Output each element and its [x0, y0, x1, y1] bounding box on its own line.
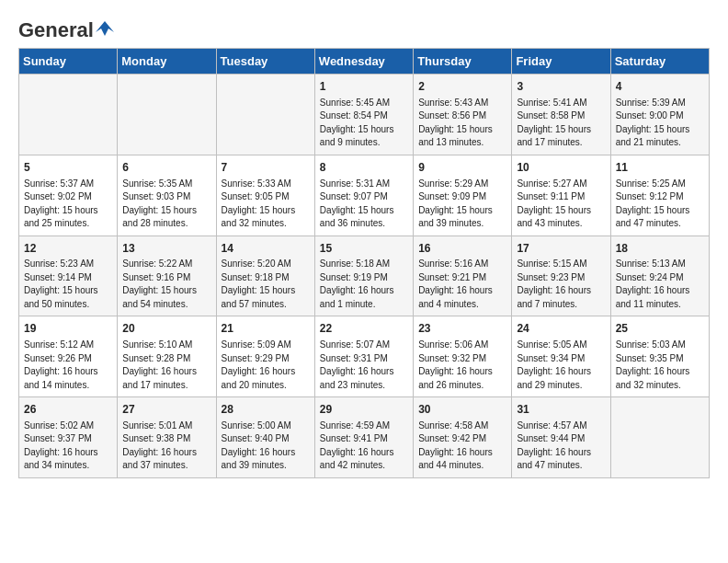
col-header-saturday: Saturday: [610, 49, 709, 75]
col-header-tuesday: Tuesday: [216, 49, 314, 75]
calendar-cell: 6Sunrise: 5:35 AM Sunset: 9:03 PM Daylig…: [118, 155, 216, 236]
day-number: 21: [222, 321, 310, 337]
day-info: Sunrise: 5:18 AM Sunset: 9:19 PM Dayligh…: [320, 258, 408, 311]
day-info: Sunrise: 5:27 AM Sunset: 9:11 PM Dayligh…: [517, 178, 605, 231]
day-info: Sunrise: 5:22 AM Sunset: 9:16 PM Dayligh…: [122, 258, 210, 311]
day-info: Sunrise: 4:58 AM Sunset: 9:42 PM Dayligh…: [418, 419, 506, 473]
day-info: Sunrise: 5:07 AM Sunset: 9:31 PM Dayligh…: [320, 339, 408, 392]
calendar-cell: 30Sunrise: 4:58 AM Sunset: 9:42 PM Dayli…: [414, 397, 512, 478]
day-info: Sunrise: 5:09 AM Sunset: 9:29 PM Dayligh…: [222, 339, 310, 392]
day-number: 22: [320, 321, 408, 337]
week-row: 5Sunrise: 5:37 AM Sunset: 9:02 PM Daylig…: [19, 155, 710, 236]
calendar-cell: 25Sunrise: 5:03 AM Sunset: 9:35 PM Dayli…: [610, 316, 709, 397]
calendar-cell: 14Sunrise: 5:20 AM Sunset: 9:18 PM Dayli…: [216, 236, 314, 316]
calendar-cell: 29Sunrise: 4:59 AM Sunset: 9:41 PM Dayli…: [314, 397, 413, 478]
day-info: Sunrise: 5:39 AM Sunset: 9:00 PM Dayligh…: [616, 97, 704, 150]
calendar-cell: 3Sunrise: 5:41 AM Sunset: 8:58 PM Daylig…: [512, 75, 610, 155]
svg-marker-0: [96, 21, 114, 36]
day-info: Sunrise: 5:12 AM Sunset: 9:26 PM Dayligh…: [24, 339, 112, 392]
calendar-cell: 8Sunrise: 5:31 AM Sunset: 9:07 PM Daylig…: [314, 155, 413, 236]
calendar-cell: [19, 75, 118, 155]
day-number: 31: [517, 402, 605, 418]
day-info: Sunrise: 5:41 AM Sunset: 8:58 PM Dayligh…: [517, 97, 605, 150]
day-number: 1: [320, 79, 408, 95]
col-header-wednesday: Wednesday: [314, 49, 413, 75]
logo: General: [18, 18, 114, 39]
day-number: 10: [517, 160, 605, 176]
calendar-cell: 7Sunrise: 5:33 AM Sunset: 9:05 PM Daylig…: [216, 155, 314, 236]
day-number: 19: [24, 321, 112, 337]
calendar-cell: 22Sunrise: 5:07 AM Sunset: 9:31 PM Dayli…: [314, 316, 413, 397]
day-info: Sunrise: 5:16 AM Sunset: 9:21 PM Dayligh…: [418, 258, 506, 311]
calendar-cell: [118, 75, 216, 155]
page-header: General: [18, 18, 710, 39]
day-info: Sunrise: 5:13 AM Sunset: 9:24 PM Dayligh…: [616, 258, 704, 311]
calendar-cell: 26Sunrise: 5:02 AM Sunset: 9:37 PM Dayli…: [19, 397, 118, 478]
header-row: SundayMondayTuesdayWednesdayThursdayFrid…: [19, 49, 710, 75]
col-header-friday: Friday: [512, 49, 610, 75]
day-number: 7: [222, 160, 310, 176]
calendar-table: SundayMondayTuesdayWednesdayThursdayFrid…: [18, 48, 710, 478]
day-info: Sunrise: 5:33 AM Sunset: 9:05 PM Dayligh…: [222, 178, 310, 231]
calendar-cell: 16Sunrise: 5:16 AM Sunset: 9:21 PM Dayli…: [414, 236, 512, 316]
day-number: 18: [616, 241, 704, 257]
day-number: 12: [24, 241, 112, 257]
calendar-cell: 20Sunrise: 5:10 AM Sunset: 9:28 PM Dayli…: [118, 316, 216, 397]
calendar-cell: 2Sunrise: 5:43 AM Sunset: 8:56 PM Daylig…: [414, 75, 512, 155]
day-number: 28: [222, 402, 310, 418]
day-info: Sunrise: 5:10 AM Sunset: 9:28 PM Dayligh…: [122, 339, 210, 392]
calendar-cell: 5Sunrise: 5:37 AM Sunset: 9:02 PM Daylig…: [19, 155, 118, 236]
calendar-cell: 17Sunrise: 5:15 AM Sunset: 9:23 PM Dayli…: [512, 236, 610, 316]
day-info: Sunrise: 4:57 AM Sunset: 9:44 PM Dayligh…: [517, 419, 605, 473]
day-info: Sunrise: 5:29 AM Sunset: 9:09 PM Dayligh…: [418, 178, 506, 231]
calendar-cell: 13Sunrise: 5:22 AM Sunset: 9:16 PM Dayli…: [118, 236, 216, 316]
day-number: 2: [418, 79, 506, 95]
day-info: Sunrise: 5:05 AM Sunset: 9:34 PM Dayligh…: [517, 339, 605, 392]
day-number: 9: [418, 160, 506, 176]
week-row: 19Sunrise: 5:12 AM Sunset: 9:26 PM Dayli…: [19, 316, 710, 397]
day-number: 17: [517, 241, 605, 257]
day-number: 24: [517, 321, 605, 337]
day-number: 4: [616, 79, 704, 95]
day-info: Sunrise: 5:20 AM Sunset: 9:18 PM Dayligh…: [222, 258, 310, 311]
col-header-monday: Monday: [118, 49, 216, 75]
day-number: 3: [517, 79, 605, 95]
day-info: Sunrise: 5:06 AM Sunset: 9:32 PM Dayligh…: [418, 339, 506, 392]
calendar-cell: 27Sunrise: 5:01 AM Sunset: 9:38 PM Dayli…: [118, 397, 216, 478]
day-number: 16: [418, 241, 506, 257]
calendar-cell: 4Sunrise: 5:39 AM Sunset: 9:00 PM Daylig…: [610, 75, 709, 155]
day-number: 27: [122, 402, 210, 418]
logo-bird-icon: [96, 19, 114, 38]
day-number: 20: [122, 321, 210, 337]
day-number: 8: [320, 160, 408, 176]
calendar-cell: 28Sunrise: 5:00 AM Sunset: 9:40 PM Dayli…: [216, 397, 314, 478]
logo-general-text: General: [18, 18, 94, 42]
day-number: 5: [24, 160, 112, 176]
col-header-thursday: Thursday: [414, 49, 512, 75]
calendar-cell: 1Sunrise: 5:45 AM Sunset: 8:54 PM Daylig…: [314, 75, 413, 155]
day-number: 15: [320, 241, 408, 257]
calendar-cell: 10Sunrise: 5:27 AM Sunset: 9:11 PM Dayli…: [512, 155, 610, 236]
day-number: 14: [222, 241, 310, 257]
day-info: Sunrise: 4:59 AM Sunset: 9:41 PM Dayligh…: [320, 419, 408, 473]
calendar-cell: 15Sunrise: 5:18 AM Sunset: 9:19 PM Dayli…: [314, 236, 413, 316]
day-info: Sunrise: 5:00 AM Sunset: 9:40 PM Dayligh…: [222, 419, 310, 473]
day-number: 23: [418, 321, 506, 337]
day-number: 25: [616, 321, 704, 337]
day-info: Sunrise: 5:37 AM Sunset: 9:02 PM Dayligh…: [24, 178, 112, 231]
col-header-sunday: Sunday: [19, 49, 118, 75]
week-row: 12Sunrise: 5:23 AM Sunset: 9:14 PM Dayli…: [19, 236, 710, 316]
week-row: 1Sunrise: 5:45 AM Sunset: 8:54 PM Daylig…: [19, 75, 710, 155]
day-info: Sunrise: 5:01 AM Sunset: 9:38 PM Dayligh…: [122, 419, 210, 473]
day-number: 6: [122, 160, 210, 176]
day-info: Sunrise: 5:43 AM Sunset: 8:56 PM Dayligh…: [418, 97, 506, 150]
day-info: Sunrise: 5:03 AM Sunset: 9:35 PM Dayligh…: [616, 339, 704, 392]
calendar-cell: 31Sunrise: 4:57 AM Sunset: 9:44 PM Dayli…: [512, 397, 610, 478]
day-number: 11: [616, 160, 704, 176]
day-number: 13: [122, 241, 210, 257]
day-info: Sunrise: 5:02 AM Sunset: 9:37 PM Dayligh…: [24, 419, 112, 473]
day-number: 30: [418, 402, 506, 418]
calendar-cell: 21Sunrise: 5:09 AM Sunset: 9:29 PM Dayli…: [216, 316, 314, 397]
day-info: Sunrise: 5:25 AM Sunset: 9:12 PM Dayligh…: [616, 178, 704, 231]
day-info: Sunrise: 5:35 AM Sunset: 9:03 PM Dayligh…: [122, 178, 210, 231]
